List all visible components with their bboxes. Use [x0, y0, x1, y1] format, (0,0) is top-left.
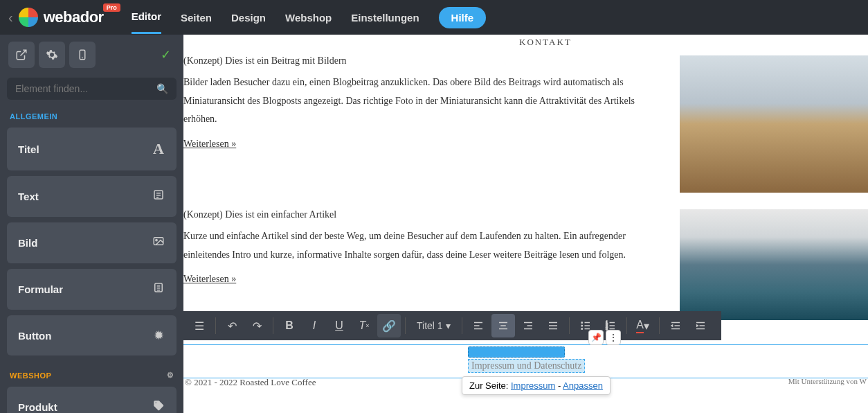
- clear-format-button[interactable]: T×: [352, 314, 376, 337]
- chevron-down-icon: ▾: [446, 320, 451, 331]
- burst-icon: ✹: [152, 328, 165, 343]
- editor-canvas[interactable]: KONTAKT (Konzept) Dies ist ein Beitrag m…: [183, 35, 868, 413]
- form-icon: [152, 281, 165, 297]
- nav-seiten[interactable]: Seiten: [181, 2, 212, 33]
- check-icon: ✓: [161, 47, 171, 62]
- underline-button[interactable]: U: [327, 314, 351, 337]
- text-color-button[interactable]: A ▾: [631, 314, 655, 337]
- section-allgemein-label: ALLGEMEIN: [0, 109, 183, 128]
- align-justify-button[interactable]: [541, 314, 565, 337]
- rich-text-toolbar: ☰ ↶ ↷ B I U T× 🔗 Titel 1 ▾ 123 A ▾: [183, 311, 721, 340]
- redo-button[interactable]: ↷: [245, 314, 269, 337]
- top-bar: ‹ webador Pro Editor Seiten Design Websh…: [0, 0, 868, 35]
- nav-einstellungen[interactable]: Einstellungen: [351, 2, 419, 33]
- element-produkt[interactable]: Produkt: [7, 387, 177, 413]
- settings-button[interactable]: [39, 42, 65, 68]
- align-right-button[interactable]: [516, 314, 540, 337]
- svg-point-24: [581, 322, 583, 324]
- selection-guide-top: [183, 344, 868, 345]
- undo-button[interactable]: ↶: [220, 314, 244, 337]
- search-input[interactable]: [15, 83, 156, 94]
- element-formular[interactable]: Formular: [7, 269, 177, 310]
- section-webshop-label: WEBSHOP ⚙: [0, 361, 183, 387]
- brand-name: webador: [44, 8, 104, 26]
- help-button[interactable]: Hilfe: [439, 7, 487, 28]
- indent-decrease-button[interactable]: [664, 314, 687, 337]
- nav-editor[interactable]: Editor: [132, 1, 161, 34]
- nav-kontakt[interactable]: KONTAKT: [519, 37, 572, 48]
- article-2-image[interactable]: [680, 209, 868, 320]
- article-2-title: (Konzept) Dies ist ein einfacher Artikel: [183, 209, 666, 220]
- article-1-title: (Konzept) Dies ist ein Beitrag mit Bilde…: [183, 55, 666, 67]
- article-1-readmore[interactable]: Weiterlesen »: [183, 139, 236, 150]
- heading-dropdown[interactable]: Titel 1 ▾: [410, 320, 458, 331]
- footer-copyright: © 2021 - 2022 Roasted Love Coffee: [185, 377, 316, 388]
- drag-handle[interactable]: [468, 346, 565, 358]
- article-1-body: Bilder laden Besucher dazu ein, einen Bl…: [183, 73, 666, 129]
- menu-button[interactable]: ☰: [188, 314, 211, 337]
- mobile-preview-button[interactable]: [69, 42, 96, 68]
- element-titel[interactable]: Titel A: [7, 128, 177, 170]
- indent-increase-button[interactable]: [689, 314, 712, 337]
- bold-button[interactable]: B: [278, 314, 301, 337]
- top-nav: Editor Seiten Design Webshop Einstellung…: [132, 1, 486, 34]
- search-box[interactable]: 🔍: [7, 78, 177, 100]
- sidebar-toolbar: ✓: [0, 35, 183, 75]
- back-chevron-icon[interactable]: ‹: [8, 10, 13, 26]
- search-icon: 🔍: [156, 83, 168, 94]
- link-button[interactable]: 🔗: [377, 314, 401, 337]
- gear-icon[interactable]: ⚙: [167, 371, 174, 380]
- element-button[interactable]: Button ✹: [7, 315, 177, 355]
- svg-point-7: [156, 239, 157, 240]
- selected-link-text[interactable]: Impressum und Datenschutz: [468, 359, 585, 373]
- article-2-body: Kurze und einfache Artikel sind der best…: [183, 227, 666, 264]
- article-1[interactable]: (Konzept) Dies ist ein Beitrag mit Bilde…: [183, 50, 868, 204]
- sidebar: ✓ 🔍 ALLGEMEIN Titel A Text Bild Formular…: [0, 35, 183, 413]
- selected-element[interactable]: 📌 ⋮ Impressum und Datenschutz: [468, 346, 585, 373]
- align-center-button[interactable]: [491, 314, 515, 337]
- logo[interactable]: webador Pro: [19, 8, 104, 27]
- italic-button[interactable]: I: [302, 314, 326, 337]
- article-2-readmore[interactable]: Weiterlesen »: [183, 274, 236, 285]
- align-left-button[interactable]: [467, 314, 490, 337]
- page-footer: © 2021 - 2022 Roasted Love Coffee Mit Un…: [183, 377, 868, 388]
- svg-point-25: [581, 325, 583, 326]
- nav-design[interactable]: Design: [231, 2, 266, 33]
- text-icon: [152, 188, 165, 204]
- image-icon: [152, 235, 165, 251]
- pro-badge: Pro: [103, 3, 120, 12]
- svg-point-26: [581, 328, 583, 330]
- article-1-image[interactable]: [680, 55, 868, 193]
- tag-icon: [152, 399, 165, 413]
- nav-webshop[interactable]: Webshop: [285, 2, 332, 33]
- more-button[interactable]: ⋮: [606, 330, 621, 345]
- element-bild[interactable]: Bild: [7, 222, 177, 263]
- type-icon: A: [152, 140, 165, 158]
- external-link-button[interactable]: [8, 42, 35, 68]
- pin-button[interactable]: 📌: [588, 330, 604, 345]
- logo-icon: [19, 8, 38, 27]
- footer-credit: Mit Unterstützung von W: [788, 377, 867, 388]
- element-text[interactable]: Text: [7, 176, 177, 217]
